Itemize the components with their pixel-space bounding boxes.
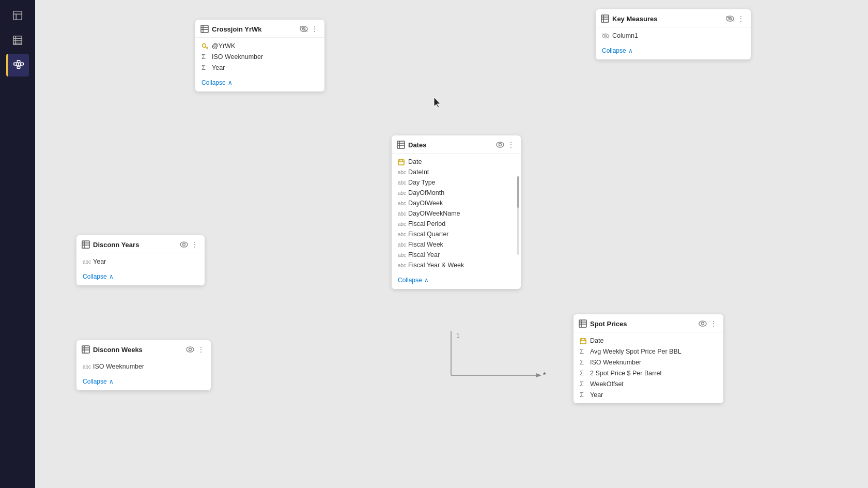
fiscal-period-icon: abc (398, 221, 405, 227)
svg-line-29 (207, 47, 208, 48)
field-column1-label: Column1 (612, 32, 638, 39)
dates-more-icon[interactable]: ⋮ (507, 141, 515, 149)
spot-prices-header: Spot Prices ⋮ (574, 314, 723, 332)
crossjoin-actions: ⋮ (300, 25, 318, 33)
dates-scrollbar-thumb (517, 176, 519, 208)
sigma-icon: Σ (202, 53, 209, 60)
field-spot-price-barrel: Σ 2 Spot Price $ Per Barrel (574, 368, 723, 378)
avg-weekly-sigma-icon: Σ (580, 347, 587, 355)
disconn-years-more-icon[interactable]: ⋮ (191, 240, 198, 249)
field-iso-weeknumber-disconn-label: ISO Weeknumber (93, 363, 144, 370)
dates-eye-icon[interactable] (496, 142, 504, 148)
model-canvas: 1 * Crossjoin YrWk (35, 0, 868, 488)
crossjoin-header: Crossjoin YrWk ⋮ (195, 20, 324, 38)
disconn-weeks-eye-icon[interactable] (186, 346, 194, 353)
chevron-up-icon: ∧ (228, 79, 233, 86)
dates-scrollbar[interactable] (517, 176, 519, 255)
dayofmonth-icon: abc (398, 190, 405, 196)
spot-prices-card: Spot Prices ⋮ (574, 314, 723, 403)
svg-rect-11 (17, 66, 20, 69)
model-view-icon[interactable] (6, 54, 29, 77)
spot-prices-more-icon[interactable]: ⋮ (710, 319, 717, 328)
crossjoin-card: Crossjoin YrWk ⋮ (195, 20, 324, 91)
field-dateint-label: DateInt (408, 169, 429, 176)
disconn-weeks-more-icon[interactable]: ⋮ (197, 345, 205, 354)
crossjoin-eye-icon[interactable] (300, 26, 308, 32)
field-dateint: abc DateInt (392, 167, 521, 177)
key-measures-header: Key Measures ⋮ (596, 9, 751, 27)
report-view-icon[interactable] (6, 4, 29, 27)
spot-price-sigma-icon: Σ (580, 369, 587, 377)
svg-point-60 (187, 347, 194, 352)
disconn-weeks-chevron-up-icon: ∧ (109, 378, 114, 385)
disconn-weeks-collapse[interactable]: Collapse ∧ (76, 375, 211, 390)
field-iso-weeknumber: Σ ISO Weeknumber (195, 51, 324, 62)
disconn-years-actions: ⋮ (180, 240, 198, 249)
field-dayofmonth-label: DayOfMonth (408, 189, 444, 196)
crossjoin-more-icon[interactable]: ⋮ (311, 25, 318, 33)
disconn-years-table-icon (82, 240, 90, 249)
svg-rect-10 (20, 63, 23, 65)
svg-marker-18 (536, 373, 541, 377)
svg-point-67 (702, 323, 704, 325)
field-iso-weeknumber-spot-label: ISO Weeknumber (590, 359, 641, 366)
crossjoin-title: Crossjoin YrWk (212, 25, 297, 33)
dates-title: Dates (408, 141, 493, 149)
field-spot-price-barrel-label: 2 Spot Price $ Per Barrel (590, 370, 661, 377)
spot-prices-actions: ⋮ (699, 319, 717, 328)
field-iso-weeknumber-disconn: abc ISO Weeknumber (76, 361, 211, 372)
svg-rect-68 (580, 339, 586, 344)
field-avg-weekly-label: Avg Weekly Spot Price Per BBL (590, 348, 681, 355)
field-iso-label: ISO Weeknumber (212, 53, 263, 60)
svg-rect-20 (201, 25, 208, 33)
disconn-years-eye-icon[interactable] (180, 241, 188, 248)
key-measures-chevron-up-icon: ∧ (628, 47, 633, 54)
key-measures-collapse[interactable]: Collapse ∧ (596, 44, 751, 59)
field-date: Date (392, 157, 521, 167)
daytype-icon: abc (398, 180, 405, 186)
key-measures-table-icon (601, 14, 609, 23)
iso-weeknumber-disconn-icon: abc (83, 364, 90, 370)
spot-prices-title: Spot Prices (590, 320, 695, 328)
dates-collapse[interactable]: Collapse ∧ (392, 273, 521, 289)
field-dayofweek: abc DayOfWeek (392, 198, 521, 208)
dates-actions: ⋮ (496, 141, 515, 149)
year-spot-sigma-icon: Σ (580, 391, 587, 399)
disconn-weeks-actions: ⋮ (186, 345, 205, 354)
svg-rect-9 (17, 60, 20, 63)
disconn-years-chevron-up-icon: ∧ (109, 273, 114, 280)
field-fiscal-year-week: abc Fiscal Year & Week (392, 260, 521, 270)
svg-line-13 (19, 65, 22, 66)
disconn-years-card: Disconn Years ⋮ abc Year Collapse ∧ (76, 235, 205, 285)
key-measures-card: Key Measures ⋮ (596, 9, 751, 59)
field-year-spot: Σ Year (574, 389, 723, 400)
svg-text:*: * (543, 371, 546, 379)
disconn-weeks-header: Disconn Weeks ⋮ (76, 340, 211, 358)
field-year-disconn-label: Year (93, 258, 106, 265)
svg-point-44 (497, 142, 504, 147)
disconn-weeks-collapse-label: Collapse (83, 378, 107, 385)
fiscal-year-week-icon: abc (398, 263, 405, 268)
dates-body: Date abc DateInt abc Day Type abc DayOfM… (392, 154, 521, 273)
dayofweek-icon: abc (398, 201, 405, 206)
crossjoin-collapse-label: Collapse (202, 79, 226, 86)
field-daytype: abc Day Type (392, 177, 521, 188)
dates-card: Dates ⋮ (392, 135, 521, 289)
key-measures-more-icon[interactable]: ⋮ (737, 14, 745, 23)
key-measures-eye-slash-icon[interactable] (726, 16, 734, 22)
disconn-years-collapse[interactable]: Collapse ∧ (76, 270, 205, 285)
crossjoin-body: @YrWK Σ ISO Weeknumber Σ Year (195, 38, 324, 76)
key-measures-actions: ⋮ (726, 14, 745, 23)
data-view-icon[interactable] (6, 29, 29, 52)
svg-rect-56 (82, 346, 89, 353)
field-yrwk-label: @YrWK (212, 42, 235, 50)
crossjoin-collapse[interactable]: Collapse ∧ (195, 76, 324, 91)
svg-line-12 (15, 65, 18, 66)
spot-prices-table-icon (579, 319, 587, 328)
field-fiscal-week-label: Fiscal Week (408, 241, 443, 248)
spot-prices-eye-icon[interactable] (699, 321, 707, 327)
column1-eye-icon (602, 33, 609, 39)
disconn-weeks-card: Disconn Weeks ⋮ abc ISO Weeknumber Colla… (76, 340, 211, 390)
field-year-spot-label: Year (590, 391, 603, 399)
disconn-years-title: Disconn Years (93, 241, 177, 249)
